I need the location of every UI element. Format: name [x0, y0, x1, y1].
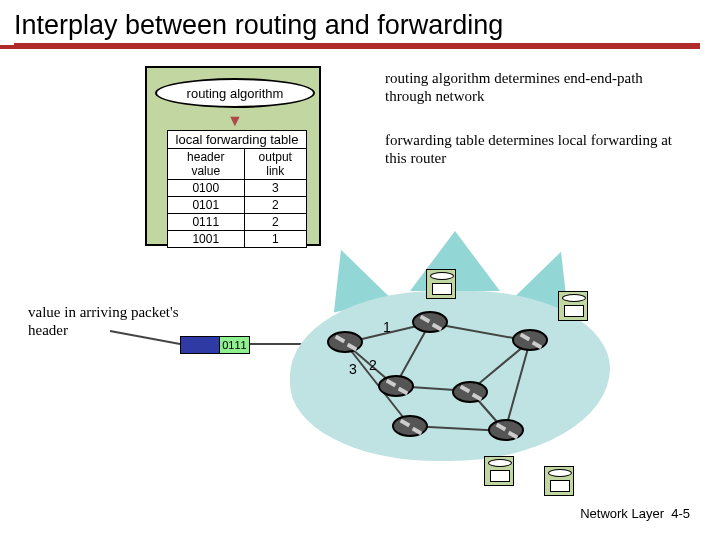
port-label-2: 2	[369, 357, 377, 373]
mini-router-box	[484, 456, 514, 486]
router-icon	[512, 329, 548, 351]
footer-page: 4-5	[671, 506, 690, 521]
table-row: 01003	[168, 180, 307, 197]
forwarding-table-header-hv: header value	[168, 149, 245, 180]
packet-header-value: 0111	[220, 336, 250, 354]
router-icon	[412, 311, 448, 333]
router-icon	[327, 331, 363, 353]
slide-title: Interplay between routing and forwarding	[0, 0, 700, 49]
port-label-1: 1	[383, 319, 391, 335]
caption-packet-header: value in arriving packet's header	[28, 303, 188, 339]
forwarding-table-grid: header value output link 01003 01012 011…	[167, 148, 307, 248]
table-row: 01112	[168, 214, 307, 231]
router-icon	[488, 419, 524, 441]
packet-body	[180, 336, 220, 354]
caption-forwarding-table: forwarding table determines local forwar…	[385, 131, 685, 167]
router-icon	[392, 415, 428, 437]
table-row: 01012	[168, 197, 307, 214]
arrow-down-icon: ▼	[227, 112, 243, 130]
port-label-3: 3	[349, 361, 357, 377]
caption-routing-algo: routing algorithm determines end-end-pat…	[385, 69, 685, 105]
mini-router-box	[426, 269, 456, 299]
network-cloud: 1 2 3	[260, 261, 630, 491]
svg-line-11	[505, 341, 530, 431]
arriving-packet: 0111	[180, 336, 250, 354]
mini-router-box	[558, 291, 588, 321]
forwarding-table-title: local forwarding table	[167, 130, 307, 148]
forwarding-table-header-ol: output link	[244, 149, 306, 180]
table-row: 10011	[168, 231, 307, 248]
footer-chapter: Network Layer	[580, 506, 664, 521]
slide-content: routing algorithm ▼ local forwarding tab…	[0, 51, 720, 531]
routing-algorithm-oval: routing algorithm	[155, 78, 315, 108]
forwarding-table: local forwarding table header value outp…	[167, 130, 307, 248]
router-detail-box: routing algorithm ▼ local forwarding tab…	[145, 66, 321, 246]
mini-router-box	[544, 466, 574, 496]
slide-footer: Network Layer 4-5	[580, 506, 690, 521]
router-icon	[452, 381, 488, 403]
router-icon	[378, 375, 414, 397]
